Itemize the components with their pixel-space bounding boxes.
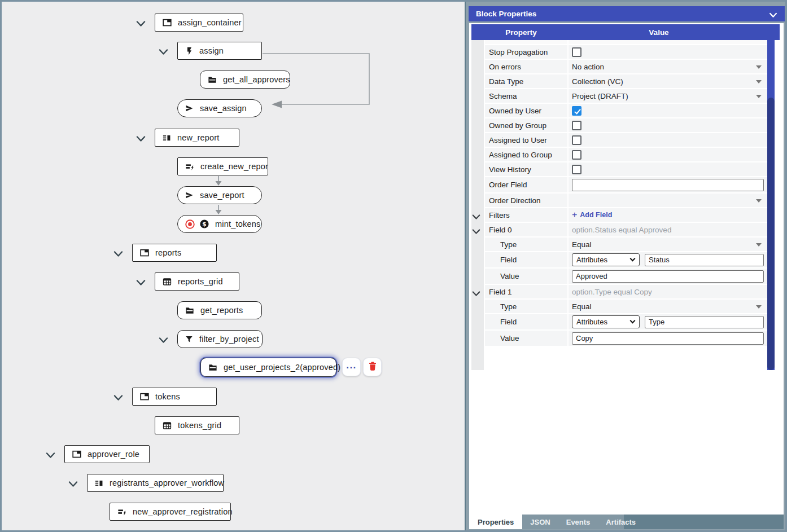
- stop-propagation-checkbox[interactable]: [572, 47, 581, 57]
- block-node-label: new_approver_registration: [133, 507, 233, 516]
- assigned-to-user-checkbox[interactable]: [572, 135, 581, 145]
- block-node-assign[interactable]: assign: [177, 42, 262, 60]
- chevron-down-icon[interactable]: [136, 278, 146, 285]
- scrollbar-thumb[interactable]: [767, 98, 775, 370]
- block-node-label: create_new_repor: [200, 162, 268, 171]
- block-node-mint-tokens[interactable]: $mint_tokens: [177, 215, 262, 233]
- caret-down-icon[interactable]: [756, 243, 762, 247]
- block-node-create-new-repor[interactable]: create_new_repor: [177, 157, 268, 175]
- property-column-header: Property: [471, 28, 571, 37]
- chevron-down-icon[interactable]: [136, 134, 146, 141]
- block-node-reports[interactable]: reports: [132, 244, 217, 262]
- trash-icon: [368, 360, 378, 373]
- block-node-filter-by-project[interactable]: filter_by_project: [177, 330, 263, 348]
- schema-dropdown[interactable]: Project (DRAFT): [569, 89, 767, 103]
- property-row-on-errors: On errorsNo action: [485, 60, 767, 74]
- property-label: Order Field: [485, 177, 569, 192]
- caret-down-icon[interactable]: [756, 80, 762, 83]
- property-value-cell: [569, 162, 767, 176]
- delete-node-button[interactable]: [363, 358, 382, 376]
- on-errors-dropdown[interactable]: No action: [569, 60, 767, 73]
- chevron-down-icon[interactable]: [46, 451, 55, 458]
- data-type-dropdown[interactable]: Collection (VC): [569, 74, 767, 88]
- block-node-tokens-grid[interactable]: tokens_grid: [155, 416, 239, 434]
- order-field-input[interactable]: [572, 179, 764, 191]
- owned-by-group-checkbox[interactable]: [572, 121, 581, 130]
- chevron-down-icon[interactable]: [113, 393, 123, 400]
- value-input[interactable]: [572, 332, 764, 345]
- tab-artifacts[interactable]: Artifacts: [598, 515, 644, 529]
- type-dropdown[interactable]: Equal: [569, 238, 767, 251]
- property-row-filters: Filters+Add Field: [485, 208, 767, 223]
- chevron-down-icon[interactable]: [472, 227, 480, 233]
- block-node-get-all-approvers[interactable]: get_all_approvers: [200, 71, 290, 89]
- order-direction-dropdown[interactable]: [569, 194, 767, 207]
- folder-icon: [208, 363, 218, 372]
- caret-down-icon[interactable]: [756, 95, 762, 98]
- chevron-down-icon[interactable]: [472, 289, 480, 295]
- assigned-to-group-checkbox[interactable]: [572, 150, 581, 160]
- send-icon: [185, 104, 194, 113]
- chevron-down-icon[interactable]: [769, 11, 777, 17]
- property-value-cell: [569, 177, 767, 192]
- field-name-input[interactable]: [645, 254, 764, 266]
- property-label: Assigned to User: [485, 133, 569, 147]
- property-label: Value: [485, 331, 569, 346]
- property-row-data-type: Data TypeCollection (VC): [485, 74, 767, 89]
- panel-header: Block Properties: [469, 6, 785, 21]
- filter-summary-text: option.Type equal Copy: [572, 288, 652, 296]
- field-source-select[interactable]: Attributes: [572, 253, 640, 266]
- tab-json[interactable]: JSON: [522, 515, 558, 529]
- dropdown-selected-value: No action: [572, 63, 604, 71]
- block-node-label: tokens: [155, 392, 180, 401]
- block-node-get-reports[interactable]: get_reports: [177, 301, 262, 319]
- property-value-cell: [569, 45, 767, 59]
- property-label: Field 0: [485, 223, 569, 236]
- property-value-cell: Attributes: [569, 252, 767, 267]
- select-value: Attributes: [576, 256, 607, 264]
- block-node-get-user-projects-2-approved[interactable]: get_user_projects_2(approved): [200, 358, 336, 377]
- property-label: [485, 40, 569, 44]
- property-label: Stop Propagation: [485, 45, 569, 59]
- scrollbar-track[interactable]: [767, 40, 775, 370]
- block-node-save-report[interactable]: save_report: [177, 186, 262, 204]
- field-source-select[interactable]: Attributes: [572, 315, 640, 328]
- field-name-input[interactable]: [645, 316, 764, 328]
- view-history-checkbox[interactable]: [572, 165, 581, 174]
- block-node-new-approver-registration[interactable]: new_approver_registration: [110, 503, 231, 521]
- block-node-assign-container[interactable]: assign_container: [155, 14, 243, 32]
- caret-down-icon[interactable]: [756, 199, 762, 203]
- tab-events[interactable]: Events: [558, 515, 598, 529]
- panel-tab-bar: PropertiesJSONEventsArtifacts: [469, 515, 784, 529]
- chevron-down-icon[interactable]: [113, 249, 123, 256]
- block-node-label: reports_grid: [178, 277, 223, 286]
- chevron-down-icon[interactable]: [68, 480, 78, 486]
- property-row-stop-propagation: Stop Propagation: [485, 45, 767, 60]
- type-dropdown[interactable]: Equal: [569, 300, 767, 313]
- caret-down-icon[interactable]: [756, 65, 762, 69]
- block-node-registrants-approver-workflow[interactable]: registrants_approver_workflow: [87, 474, 224, 492]
- property-row-field: FieldAttributes: [485, 252, 767, 269]
- chevron-down-icon[interactable]: [159, 47, 168, 54]
- tab-properties[interactable]: Properties: [469, 515, 522, 529]
- folder-icon: [207, 75, 217, 85]
- chevron-down-icon[interactable]: [159, 336, 168, 342]
- block-node-save-assign[interactable]: save_assign: [177, 99, 262, 117]
- block-node-tokens[interactable]: tokens: [132, 388, 217, 406]
- caret-down-icon[interactable]: [756, 305, 762, 309]
- property-label: Type: [485, 238, 569, 251]
- record-icon: [185, 219, 195, 230]
- block-node-approver-role[interactable]: approver_role: [64, 445, 150, 463]
- block-node-reports-grid[interactable]: reports_grid: [155, 272, 239, 291]
- add-field-button[interactable]: +Add Field: [572, 210, 612, 220]
- chevron-down-icon[interactable]: [472, 212, 480, 218]
- property-value-cell: option.Type equal Copy: [569, 285, 767, 298]
- block-node-new-report[interactable]: new_report: [155, 129, 239, 147]
- folder-icon: [185, 306, 195, 315]
- property-label: Field: [485, 314, 569, 329]
- more-options-button[interactable]: ...: [342, 358, 361, 376]
- chevron-down-icon[interactable]: [136, 19, 146, 26]
- container-icon: [139, 392, 150, 402]
- owned-by-user-checkbox[interactable]: [572, 106, 581, 116]
- value-input[interactable]: [572, 270, 764, 283]
